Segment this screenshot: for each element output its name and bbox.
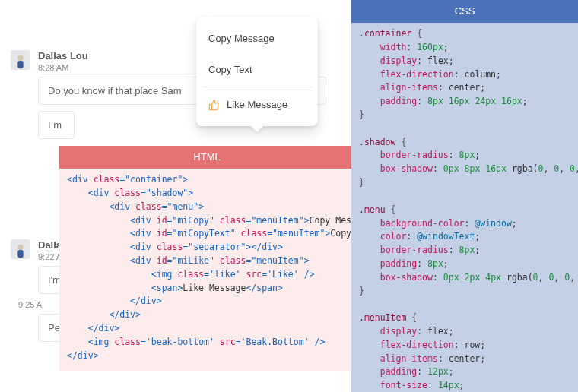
menu-item-like-message[interactable]: Like Message [202,89,312,120]
css-code-body: .container { width: 160px; display: flex… [351,23,578,392]
menu-item-label: Like Message [227,96,287,112]
menu-item-copy-message[interactable]: Copy Message [202,23,312,54]
panel-title: CSS [351,0,578,23]
context-menu: Copy Message Copy Text Like Message [196,17,318,132]
panel-title: HTML [59,146,354,169]
menu-item-label: Copy Text [208,62,252,77]
svg-rect-3 [17,250,23,258]
svg-point-0 [17,55,23,61]
avatar [11,239,30,259]
menu-beak-icon [251,126,263,132]
menu-item-copy-text[interactable]: Copy Text [202,54,312,85]
css-code-panel: CSS .container { width: 160px; display: … [351,0,578,392]
avatar [11,50,30,70]
svg-point-2 [17,245,23,250]
menu-separator [202,87,312,87]
message-bubble[interactable]: I m [38,111,75,139]
menu-item-label: Copy Message [208,30,275,46]
html-code-body: <div class="container"> <div class="shad… [59,169,354,370]
svg-rect-1 [17,61,23,68]
html-code-panel: HTML <div class="container"> <div class=… [59,146,354,371]
thumbs-up-icon [208,99,221,111]
